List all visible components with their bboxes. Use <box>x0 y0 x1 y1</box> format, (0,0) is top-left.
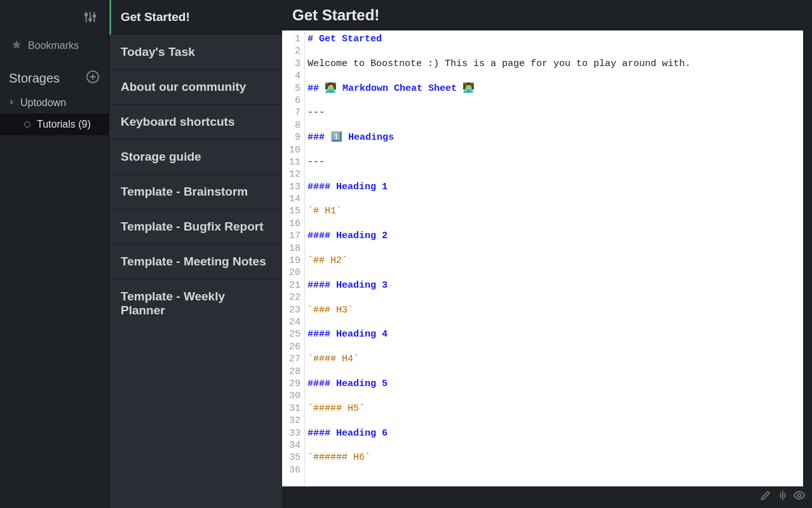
note-item[interactable]: Storage guide <box>109 140 282 175</box>
folder-label: Tutorials (9) <box>37 119 91 130</box>
note-item[interactable]: Today's Task <box>109 35 282 70</box>
code-editor[interactable]: 1234567891011121314151617181920212223242… <box>282 30 803 486</box>
note-item[interactable]: Keyboard shortcuts <box>109 105 282 140</box>
code-content[interactable]: # Get Started Welcome to Boostnote :) Th… <box>305 30 803 486</box>
bookmarks-nav[interactable]: Bookmarks <box>0 33 109 58</box>
note-item[interactable]: Template - Meeting Notes <box>109 244 282 279</box>
svg-point-13 <box>798 494 801 497</box>
edit-mode-icon[interactable] <box>760 489 773 504</box>
storages-label: Storages <box>9 71 60 86</box>
split-mode-icon[interactable] <box>776 489 789 504</box>
note-item[interactable]: Get Started! <box>109 0 282 35</box>
star-icon <box>11 39 22 52</box>
note-title[interactable]: Get Started! <box>282 0 812 30</box>
chevron-right-icon <box>8 97 15 109</box>
svg-point-3 <box>85 14 88 17</box>
note-item[interactable]: Template - Brainstorm <box>109 175 282 210</box>
storage-name: Uptodown <box>20 97 66 109</box>
bookmarks-label: Bookmarks <box>28 40 79 51</box>
folder-tutorials[interactable]: Tutorials (9) <box>0 114 109 135</box>
sidebar: Bookmarks Storages Uptodown Tutorials (9… <box>0 0 109 508</box>
svg-marker-6 <box>12 40 20 48</box>
editor-pane: Get Started! 123456789101112131415161718… <box>282 0 812 508</box>
note-item[interactable]: About our community <box>109 70 282 105</box>
bottom-toolbar <box>760 489 806 504</box>
add-storage-icon[interactable] <box>86 70 100 87</box>
folder-icon <box>24 121 30 128</box>
svg-point-5 <box>93 15 96 17</box>
note-item[interactable]: Template - Weekly Planner <box>109 279 282 328</box>
svg-point-4 <box>89 18 91 21</box>
storage-uptodown[interactable]: Uptodown <box>0 92 109 114</box>
note-list: Get Started!Today's TaskAbout our commun… <box>109 0 282 508</box>
preferences-icon[interactable] <box>83 10 97 27</box>
sidebar-top <box>0 6 109 33</box>
note-item[interactable]: Template - Bugfix Report <box>109 210 282 244</box>
preview-mode-icon[interactable] <box>793 489 806 504</box>
storages-header: Storages <box>0 58 109 92</box>
line-gutter: 1234567891011121314151617181920212223242… <box>282 30 305 486</box>
